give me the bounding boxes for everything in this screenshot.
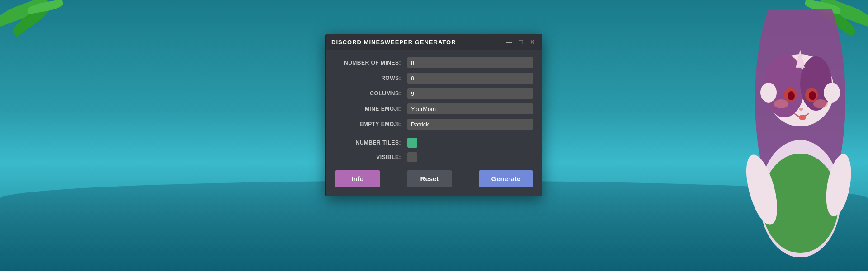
visible-label: VISIBLE:	[335, 154, 407, 160]
svg-point-17	[799, 115, 806, 120]
svg-point-12	[788, 91, 795, 100]
app-window: DISCORD MINESWEEPER GENERATOR — □ ✕ NUMB…	[326, 34, 542, 196]
number-tiles-checkbox[interactable]	[407, 138, 417, 148]
button-row: Info Reset Generate	[335, 170, 533, 187]
svg-point-16	[799, 108, 803, 111]
mine-emoji-input[interactable]	[407, 103, 533, 114]
svg-point-7	[824, 83, 840, 103]
minimize-button[interactable]: —	[505, 38, 513, 46]
mine-emoji-row: MINE EMOJI:	[335, 103, 533, 114]
mines-label: NUMBER OF MINES:	[335, 60, 407, 66]
reset-button[interactable]: Reset	[407, 170, 452, 187]
maximize-button[interactable]: □	[517, 38, 525, 46]
empty-emoji-input[interactable]	[407, 119, 533, 130]
titlebar[interactable]: DISCORD MINESWEEPER GENERATOR — □ ✕	[326, 34, 542, 50]
window-body: NUMBER OF MINES: ROWS: COLUMNS: MINE EMO…	[326, 50, 542, 196]
generate-button[interactable]: Generate	[479, 170, 533, 187]
close-button[interactable]: ✕	[528, 38, 537, 46]
window-title: DISCORD MINESWEEPER GENERATOR	[331, 39, 456, 46]
number-tiles-label: NUMBER TILES:	[335, 140, 407, 146]
character	[714, 9, 868, 271]
empty-emoji-label: EMPTY EMOJI:	[335, 121, 407, 127]
rows-row: ROWS:	[335, 73, 533, 84]
mine-emoji-label: MINE EMOJI:	[335, 106, 407, 112]
svg-point-6	[760, 83, 777, 103]
svg-point-13	[809, 91, 816, 100]
svg-point-14	[774, 99, 788, 108]
info-button[interactable]: Info	[335, 170, 380, 187]
window-controls: — □ ✕	[505, 38, 537, 46]
columns-label: COLUMNS:	[335, 90, 407, 97]
mines-input[interactable]	[407, 57, 533, 68]
leaves-left	[0, 0, 90, 54]
rows-input[interactable]	[407, 73, 533, 84]
visible-row: VISIBLE:	[335, 152, 533, 162]
mines-row: NUMBER OF MINES:	[335, 57, 533, 68]
empty-emoji-row: EMPTY EMOJI:	[335, 119, 533, 130]
svg-point-15	[813, 99, 828, 108]
columns-row: COLUMNS:	[335, 88, 533, 99]
number-tiles-row: NUMBER TILES:	[335, 138, 533, 148]
visible-checkbox[interactable]	[407, 152, 417, 162]
columns-input[interactable]	[407, 88, 533, 99]
rows-label: ROWS:	[335, 75, 407, 81]
